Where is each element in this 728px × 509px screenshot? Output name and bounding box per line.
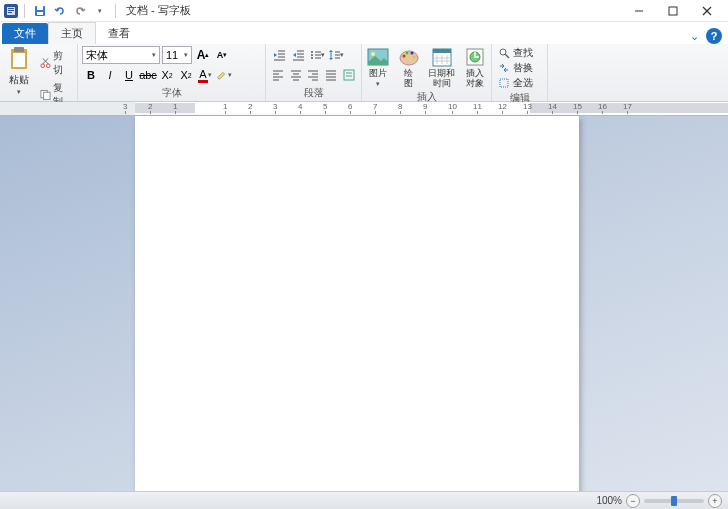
insert-paint-button[interactable]: 绘 图 bbox=[396, 46, 420, 89]
align-center-button[interactable] bbox=[288, 66, 305, 84]
help-area: ⌄ ? bbox=[686, 28, 722, 44]
svg-rect-65 bbox=[433, 49, 451, 53]
undo-button[interactable] bbox=[51, 2, 69, 20]
italic-button[interactable]: I bbox=[101, 66, 119, 84]
paste-button[interactable]: 粘贴 ▾ bbox=[4, 46, 34, 96]
svg-rect-1 bbox=[8, 8, 14, 9]
window-controls bbox=[622, 1, 724, 21]
strikethrough-button[interactable]: abc bbox=[139, 66, 157, 84]
increase-indent-button[interactable] bbox=[289, 46, 307, 64]
tab-file[interactable]: 文件 bbox=[2, 23, 48, 44]
svg-point-62 bbox=[410, 52, 413, 55]
svg-rect-54 bbox=[344, 70, 354, 80]
font-color-button[interactable]: A▾ bbox=[196, 66, 214, 84]
font-size-combo[interactable]: 11▾ bbox=[162, 46, 192, 64]
svg-rect-19 bbox=[43, 92, 49, 99]
replace-button[interactable]: 替换 bbox=[496, 61, 543, 75]
find-button[interactable]: 查找 bbox=[496, 46, 543, 60]
ruler-corner bbox=[0, 102, 135, 116]
superscript-button[interactable]: X2 bbox=[177, 66, 195, 84]
group-insert: 图片 ▾ 绘 图 日期和 时间 插入 对象 插入 bbox=[362, 44, 492, 101]
svg-point-59 bbox=[400, 51, 418, 65]
ribbon: 粘贴 ▾ 剪切 复制 剪贴板 宋体▾ bbox=[0, 44, 728, 102]
save-button[interactable] bbox=[31, 2, 49, 20]
svg-rect-3 bbox=[8, 12, 12, 13]
line-spacing-button[interactable]: ▾ bbox=[327, 46, 345, 64]
svg-point-60 bbox=[402, 55, 405, 58]
group-clipboard: 粘贴 ▾ 剪切 复制 剪贴板 bbox=[0, 44, 78, 101]
font-name-combo[interactable]: 宋体▾ bbox=[82, 46, 160, 64]
svg-point-61 bbox=[405, 52, 408, 55]
group-label-paragraph: 段落 bbox=[270, 85, 357, 101]
svg-point-15 bbox=[46, 64, 50, 68]
selectall-button[interactable]: 全选 bbox=[496, 76, 543, 90]
divider bbox=[24, 4, 25, 18]
horizontal-ruler[interactable]: 3211234567891011121314151617 bbox=[135, 102, 728, 116]
svg-point-28 bbox=[311, 51, 313, 53]
bold-button[interactable]: B bbox=[82, 66, 100, 84]
chevron-down-icon: ▾ bbox=[184, 51, 188, 59]
align-right-button[interactable] bbox=[305, 66, 322, 84]
svg-line-74 bbox=[505, 54, 509, 58]
svg-point-63 bbox=[412, 56, 415, 59]
tab-home[interactable]: 主页 bbox=[48, 22, 96, 44]
maximize-button[interactable] bbox=[656, 1, 690, 21]
status-bar: 100% − + bbox=[0, 491, 728, 509]
svg-rect-13 bbox=[13, 53, 25, 67]
close-button[interactable] bbox=[690, 1, 724, 21]
underline-button[interactable]: U bbox=[120, 66, 138, 84]
chevron-down-icon: ▾ bbox=[152, 51, 156, 59]
app-icon bbox=[4, 4, 18, 18]
group-font: 宋体▾ 11▾ A▴ A▾ B I U abc X2 X2 A▾ ▾ bbox=[78, 44, 266, 101]
svg-rect-12 bbox=[14, 47, 24, 52]
group-label-font: 字体 bbox=[82, 85, 261, 101]
svg-point-29 bbox=[311, 54, 313, 56]
quick-access-toolbar: ▾ 文档 - 写字板 bbox=[4, 2, 191, 20]
grow-font-button[interactable]: A▴ bbox=[194, 46, 212, 64]
decrease-indent-button[interactable] bbox=[270, 46, 288, 64]
svg-rect-8 bbox=[669, 7, 677, 15]
divider bbox=[115, 4, 116, 18]
zoom-in-button[interactable]: + bbox=[708, 494, 722, 508]
title-bar: ▾ 文档 - 写字板 bbox=[0, 0, 728, 22]
shrink-font-button[interactable]: A▾ bbox=[213, 46, 231, 64]
insert-datetime-button[interactable]: 日期和 时间 bbox=[427, 46, 457, 89]
window-title: 文档 - 写字板 bbox=[126, 3, 191, 18]
insert-picture-button[interactable]: 图片 ▾ bbox=[366, 46, 390, 89]
minimize-ribbon-button[interactable]: ⌄ bbox=[686, 28, 702, 44]
document-area: 3211234567891011121314151617 bbox=[0, 102, 728, 491]
svg-rect-75 bbox=[500, 79, 508, 87]
group-paragraph: ▾ ▾ 段落 bbox=[266, 44, 362, 101]
paste-label: 粘贴 bbox=[9, 73, 29, 87]
chevron-down-icon: ▾ bbox=[376, 80, 380, 88]
svg-rect-2 bbox=[8, 10, 14, 11]
qat-dropdown[interactable]: ▾ bbox=[91, 2, 109, 20]
zoom-out-button[interactable]: − bbox=[626, 494, 640, 508]
svg-rect-6 bbox=[37, 12, 43, 15]
svg-point-58 bbox=[371, 52, 375, 56]
highlight-button[interactable]: ▾ bbox=[215, 66, 233, 84]
zoom-thumb[interactable] bbox=[671, 496, 677, 506]
tab-view[interactable]: 查看 bbox=[96, 23, 142, 44]
svg-point-30 bbox=[311, 57, 313, 59]
ribbon-tabs: 文件 主页 查看 ⌄ ? bbox=[0, 22, 728, 44]
zoom-slider[interactable] bbox=[644, 499, 704, 503]
svg-point-14 bbox=[41, 64, 45, 68]
group-edit: 查找 替换 全选 编辑 bbox=[492, 44, 548, 101]
list-button[interactable]: ▾ bbox=[308, 46, 326, 64]
paragraph-dialog-button[interactable] bbox=[340, 66, 357, 84]
redo-button[interactable] bbox=[71, 2, 89, 20]
document-page[interactable] bbox=[135, 116, 579, 491]
align-left-button[interactable] bbox=[270, 66, 287, 84]
help-button[interactable]: ? bbox=[706, 28, 722, 44]
subscript-button[interactable]: X2 bbox=[158, 66, 176, 84]
chevron-down-icon: ▾ bbox=[17, 88, 21, 96]
minimize-button[interactable] bbox=[622, 1, 656, 21]
svg-rect-5 bbox=[37, 6, 43, 10]
align-justify-button[interactable] bbox=[323, 66, 340, 84]
zoom-level: 100% bbox=[596, 495, 622, 506]
insert-object-button[interactable]: 插入 对象 bbox=[463, 46, 487, 89]
cut-button[interactable]: 剪切 bbox=[38, 48, 73, 78]
